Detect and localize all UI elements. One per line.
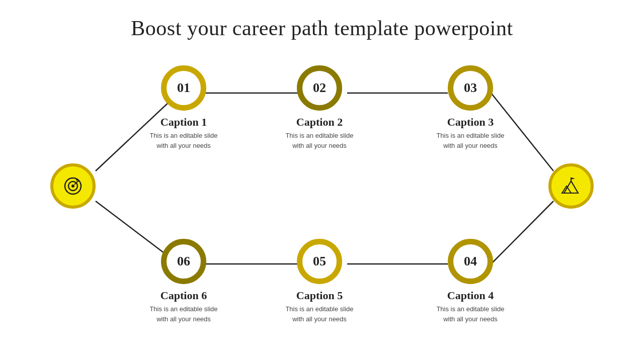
node-01-label: Caption 1 — [160, 116, 207, 129]
node-02: 02 Caption 2 This is an editable slidewi… — [279, 65, 360, 150]
circle-04: 04 — [448, 239, 493, 284]
circle-05: 05 — [297, 239, 342, 284]
circle-inner-06: 06 — [167, 244, 201, 279]
diagram: 01 Caption 1 This is an editable slidewi… — [45, 45, 599, 327]
circle-03: 03 — [448, 65, 493, 111]
page-title: Boost your career path template powerpoi… — [131, 16, 513, 40]
node-04: 04 Caption 4 This is an editable slidewi… — [430, 239, 511, 324]
circle-inner-03: 03 — [453, 71, 488, 105]
node-02-label: Caption 2 — [296, 116, 343, 129]
circle-01: 01 — [161, 65, 206, 111]
node-04-desc: This is an editable slidewith all your n… — [436, 304, 504, 324]
node-01: 01 Caption 1 This is an editable slidewi… — [143, 65, 224, 150]
mountain-flag-icon — [560, 175, 582, 197]
node-06-desc: This is an editable slidewith all your n… — [149, 304, 217, 324]
target-icon — [62, 175, 84, 197]
left-icon — [50, 163, 96, 209]
circle-06: 06 — [161, 239, 206, 284]
node-05-desc: This is an editable slidewith all your n… — [285, 304, 353, 324]
node-01-desc: This is an editable slidewith all your n… — [149, 131, 217, 150]
node-06-label: Caption 6 — [160, 289, 207, 302]
svg-marker-17 — [571, 177, 575, 179]
node-03-label: Caption 3 — [447, 116, 494, 129]
node-04-label: Caption 4 — [447, 289, 494, 302]
node-03-desc: This is an editable slidewith all your n… — [436, 131, 504, 150]
circle-02: 02 — [297, 65, 342, 111]
circle-inner-02: 02 — [302, 71, 337, 105]
node-06: 06 Caption 6 This is an editable slidewi… — [143, 239, 224, 324]
right-icon — [548, 163, 594, 209]
node-05-label: Caption 5 — [296, 289, 343, 302]
node-03: 03 Caption 3 This is an editable slidewi… — [430, 65, 511, 150]
node-02-desc: This is an editable slidewith all your n… — [285, 131, 353, 150]
circle-inner-05: 05 — [302, 244, 337, 279]
circle-inner-04: 04 — [453, 244, 488, 279]
node-05: 05 Caption 5 This is an editable slidewi… — [279, 239, 360, 324]
slide: Boost your career path template powerpoi… — [0, 0, 644, 362]
svg-point-12 — [71, 185, 74, 188]
circle-inner-01: 01 — [167, 71, 201, 105]
